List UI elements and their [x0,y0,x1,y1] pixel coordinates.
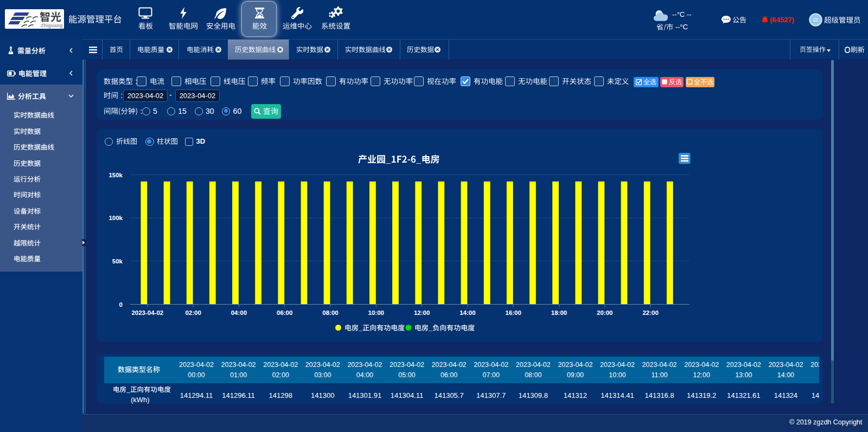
svg-text:08:00: 08:00 [322,310,338,316]
svg-text:02:00: 02:00 [185,310,201,316]
svg-text:12:00: 12:00 [414,310,430,316]
svg-text:18:00: 18:00 [551,310,567,316]
svg-text:22:00: 22:00 [642,310,658,316]
svg-text:50k: 50k [112,258,123,265]
svg-text:06:00: 06:00 [277,310,292,316]
svg-text:10:00: 10:00 [368,310,384,316]
svg-text:2023-04-02: 2023-04-02 [131,310,163,316]
svg-text:04:00: 04:00 [231,310,247,316]
svg-text:14:00: 14:00 [459,310,475,316]
svg-text:100k: 100k [108,215,123,221]
svg-text:16:00: 16:00 [505,310,521,316]
svg-text:0: 0 [119,301,123,308]
svg-text:20:00: 20:00 [597,310,612,316]
svg-text:150k: 150k [108,172,123,178]
